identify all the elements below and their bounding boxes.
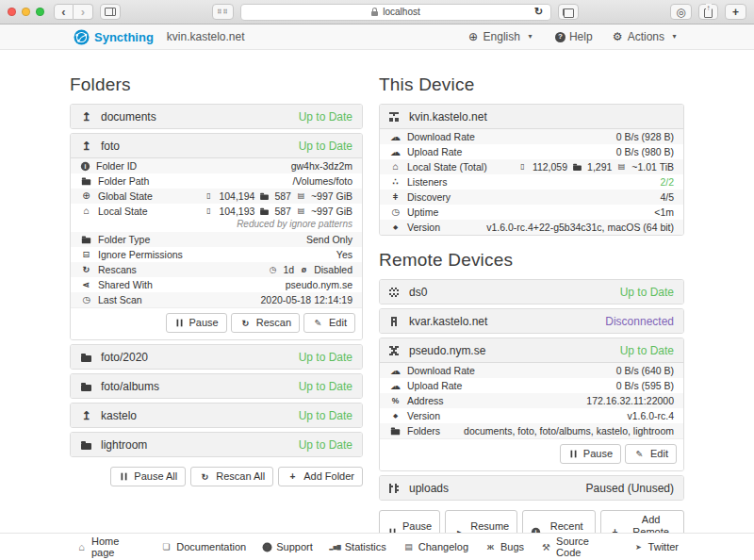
device-header-uploads[interactable]: uploadsPaused (Unused): [380, 476, 683, 500]
device-status: Paused (Unused): [586, 482, 674, 495]
back-button[interactable]: ‹: [54, 4, 74, 20]
card-actions: PauseEdit: [380, 438, 683, 470]
footer-link-support[interactable]: Support: [262, 541, 313, 552]
foto-rescan-button[interactable]: Rescan: [231, 313, 300, 333]
menu-english[interactable]: English: [467, 30, 536, 43]
refresh-icon[interactable]: [533, 7, 545, 18]
forward-button[interactable]: ›: [74, 4, 93, 20]
detail-value-part: 1d: [283, 264, 294, 275]
devices-resume-all-button[interactable]: Resume All: [445, 510, 517, 533]
detail-label-text: Upload Rate: [407, 146, 462, 157]
detail-value-text: v1.6.0-rc.4: [627, 410, 674, 421]
devices-recent-changes-button[interactable]: Recent Changes: [522, 510, 596, 533]
detail-row-version: Versionv1.6.0-rc.4: [380, 408, 683, 423]
pause-icon: [122, 473, 127, 481]
file-icon: [205, 191, 214, 201]
button-label: Pause All: [134, 470, 177, 483]
folders-rescan-all-button[interactable]: Rescan All: [190, 467, 273, 486]
folder-name: foto/albums: [101, 380, 159, 393]
device-name-title: kvin.kastelo.net: [167, 30, 245, 43]
detail-row-global-state: Global State104,194587~997 GiB: [71, 189, 362, 204]
device-header-pseudo-nym-se[interactable]: pseudo.nym.seUp to Date: [380, 338, 683, 362]
menu-actions[interactable]: Actions: [612, 30, 680, 43]
detail-value: <1m: [654, 206, 674, 218]
detail-label: Folder Path: [80, 175, 149, 187]
plus-icon: [287, 471, 298, 481]
device-header-kvin-kastelo-net[interactable]: kvin.kastelo.net: [380, 105, 683, 128]
footer-link-label: Statistics: [345, 541, 386, 552]
footer-link-documentation[interactable]: Documentation: [160, 541, 246, 552]
sidebar-icon: [105, 8, 116, 16]
device-status: Up to Date: [620, 344, 674, 357]
detail-value: 4/5: [660, 191, 674, 203]
remote-devices-title: Remote Devices: [379, 250, 684, 271]
menu-help[interactable]: Help: [555, 30, 593, 43]
wrench-icon: [541, 542, 552, 552]
footer-link-label: Documentation: [176, 541, 246, 552]
zoom-window-button[interactable]: [36, 8, 44, 16]
folder-status: Up to Date: [299, 438, 352, 452]
sidebar-toggle-button[interactable]: [100, 4, 121, 20]
footer-link-changelog[interactable]: Changelog: [402, 541, 468, 552]
clock-icon: [390, 207, 401, 217]
link-icon: [390, 396, 401, 405]
folder-name: lightroom: [101, 438, 147, 452]
detail-value-part: 112,059: [533, 161, 567, 173]
cloud-up-icon: [390, 381, 401, 390]
folder-header-kastelo[interactable]: kasteloUp to Date: [71, 404, 362, 427]
footer-link-home-page[interactable]: Home page: [75, 535, 144, 558]
tabs-icon: [563, 8, 571, 16]
browser-chrome: ‹ › localhost: [0, 0, 754, 25]
remote-devices-list: ds0Up to Datekvar.kastelo.netDisconnecte…: [379, 279, 684, 501]
new-tab-button[interactable]: [725, 4, 746, 20]
play-icon: [454, 527, 465, 533]
detail-value: /Volumes/foto: [292, 175, 352, 187]
pseudo-nym-se-pause-button[interactable]: Pause: [560, 444, 621, 464]
folders-pause-all-button[interactable]: Pause All: [110, 467, 186, 486]
folder-header-foto-albums[interactable]: foto/albumsUp to Date: [71, 374, 362, 398]
button-label: Rescan: [256, 317, 291, 329]
detail-label: Listeners: [389, 176, 448, 188]
hdd-icon: [617, 162, 627, 172]
close-window-button[interactable]: [8, 8, 16, 16]
detail-value-part: 587: [274, 190, 291, 202]
file-icon: [205, 206, 214, 216]
footer-link-bugs[interactable]: Bugs: [484, 541, 524, 552]
bug-icon: [485, 542, 497, 552]
foto-pause-button[interactable]: Pause: [166, 313, 227, 333]
device-card-ds0: ds0Up to Date: [379, 279, 684, 305]
device-identicon: [389, 484, 399, 493]
folder-header-foto[interactable]: fotoUp to Date: [71, 134, 362, 157]
folder-header-lightroom[interactable]: lightroomUp to Date: [71, 433, 362, 456]
folder-icon: [390, 426, 401, 436]
button-label: Pause: [583, 448, 613, 460]
detail-value: pseudo.nym.se: [286, 279, 352, 290]
minimize-window-button[interactable]: [22, 8, 30, 16]
cloud-down-icon: [390, 132, 401, 141]
card-body: Folder IDgw4hx-3dz2mFolder Path/Volumes/…: [71, 157, 362, 307]
device-header-kvar-kastelo-net[interactable]: kvar.kastelo.netDisconnected: [380, 309, 683, 333]
folder-header-documents[interactable]: documentsUp to Date: [71, 105, 362, 128]
card-body: Download Rate0 B/s (640 B)Upload Rate0 B…: [380, 362, 683, 438]
share-button[interactable]: [698, 4, 718, 20]
device-name: kvar.kastelo.net: [409, 315, 487, 328]
folders-add-folder-button[interactable]: Add Folder: [278, 467, 363, 486]
address-bar[interactable]: localhost: [240, 4, 551, 21]
devices-pause-all-button[interactable]: Pause All: [379, 510, 440, 533]
device-header-ds0[interactable]: ds0Up to Date: [380, 280, 683, 304]
footer-link-source-code[interactable]: Source Code: [540, 535, 616, 558]
hdd-icon: [296, 206, 305, 216]
footer-link-label: Support: [276, 541, 313, 552]
pseudo-nym-se-edit-button[interactable]: Edit: [625, 444, 677, 464]
privacy-report-button[interactable]: [670, 4, 692, 20]
tab-grid-button[interactable]: [212, 4, 234, 20]
detail-row-last-scan: Last Scan2020-05-18 12:14:19: [71, 292, 362, 307]
folder-header-foto-2020[interactable]: foto/2020Up to Date: [71, 345, 362, 369]
remote-devices-actions: Pause AllResume AllRecent ChangesAdd Rem…: [379, 510, 684, 533]
foto-edit-button[interactable]: Edit: [303, 313, 355, 333]
tab-overview-button[interactable]: [558, 4, 579, 20]
footer-link-twitter[interactable]: Twitter: [632, 541, 679, 552]
devices-add-remote-device-button[interactable]: Add Remote Device: [600, 510, 684, 533]
footer-link-statistics[interactable]: Statistics: [329, 541, 386, 552]
edit-icon: [313, 318, 323, 327]
